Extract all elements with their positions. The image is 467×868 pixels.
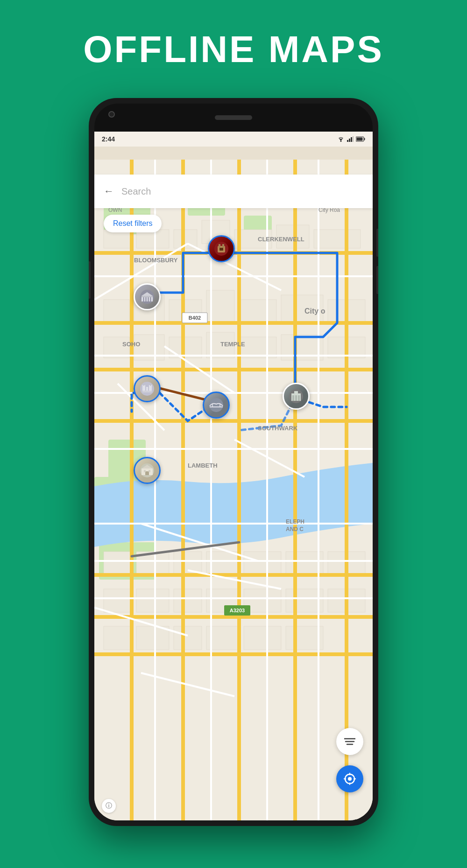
svg-text:TEMPLE: TEMPLE (220, 341, 245, 348)
status-icons (337, 136, 365, 142)
svg-text:ELEPH: ELEPH (286, 518, 304, 525)
svg-rect-40 (244, 552, 281, 575)
svg-rect-52 (174, 626, 202, 650)
svg-rect-16 (136, 230, 169, 248)
svg-rect-44 (136, 589, 169, 612)
phone-notch (94, 104, 373, 132)
pin-bridge[interactable] (203, 392, 230, 419)
svg-text:SOHO: SOHO (122, 341, 140, 348)
svg-rect-22 (104, 300, 129, 323)
svg-rect-124 (142, 391, 152, 392)
svg-rect-138 (145, 471, 149, 475)
svg-rect-1 (347, 140, 348, 142)
svg-rect-50 (104, 626, 132, 650)
pin-museum[interactable] (134, 283, 161, 310)
museum-icon (140, 289, 155, 304)
svg-rect-26 (239, 300, 276, 323)
pub-icon (214, 241, 229, 256)
svg-rect-123 (150, 384, 151, 386)
power-button[interactable] (89, 261, 91, 299)
tate-icon (289, 389, 304, 404)
svg-rect-15 (104, 230, 132, 248)
svg-rect-139 (144, 470, 146, 472)
svg-rect-7 (357, 138, 363, 141)
svg-rect-108 (222, 244, 224, 248)
pin-pub[interactable] (208, 235, 235, 262)
svg-rect-3 (351, 137, 352, 142)
svg-rect-107 (219, 244, 220, 248)
svg-point-125 (209, 398, 223, 412)
svg-text:SOUTHWARK: SOUTHWARK (258, 425, 298, 432)
status-time: 2:44 (102, 135, 115, 143)
map-svg: B402 A3203 (94, 160, 373, 820)
volume-down-button[interactable] (376, 266, 378, 294)
front-camera (108, 111, 115, 118)
phone-inner: 2:44 (94, 104, 373, 820)
svg-point-0 (340, 140, 342, 142)
filter-button[interactable] (336, 728, 363, 755)
phone-screen: 2:44 (94, 132, 373, 820)
info-button[interactable]: ⓘ (102, 799, 116, 813)
svg-rect-113 (143, 297, 144, 301)
reset-filters-button[interactable]: Reset filters (104, 215, 162, 232)
filter-icon (344, 737, 355, 746)
svg-rect-140 (149, 470, 150, 472)
svg-rect-43 (104, 589, 132, 612)
svg-rect-45 (174, 589, 202, 612)
svg-text:LAMBETH: LAMBETH (188, 462, 218, 469)
svg-rect-51 (136, 626, 169, 650)
speaker (215, 115, 252, 120)
volume-up-button[interactable] (376, 229, 378, 257)
svg-rect-36 (104, 552, 132, 575)
signal-icon (347, 136, 354, 142)
svg-rect-132 (292, 395, 294, 401)
svg-text:CLERKENWELL: CLERKENWELL (258, 236, 304, 243)
svg-text:B402: B402 (189, 315, 201, 321)
pin-abbey[interactable] (134, 375, 161, 402)
wifi-icon (337, 136, 345, 142)
location-button[interactable] (336, 765, 363, 792)
battery-icon (356, 136, 365, 142)
svg-rect-131 (294, 391, 298, 394)
search-placeholder: Search (121, 186, 151, 197)
pin-tate[interactable] (283, 383, 310, 410)
svg-rect-122 (143, 384, 144, 386)
svg-text:City o: City o (304, 307, 325, 315)
status-bar: 2:44 (94, 132, 373, 147)
map-area[interactable]: B402 A3203 (94, 160, 373, 820)
svg-rect-4 (353, 136, 354, 142)
svg-text:AND C: AND C (286, 526, 304, 532)
svg-rect-2 (349, 139, 350, 142)
bridge-icon (209, 398, 224, 413)
svg-rect-116 (150, 297, 151, 301)
cathedral-icon (140, 463, 155, 478)
svg-text:A3203: A3203 (230, 608, 245, 613)
search-bar[interactable]: ← Search (94, 175, 373, 208)
svg-rect-21 (314, 230, 361, 248)
abbey-icon (140, 381, 155, 396)
svg-rect-54 (244, 626, 281, 650)
svg-rect-112 (142, 296, 153, 297)
svg-rect-133 (295, 395, 297, 401)
svg-rect-115 (148, 297, 149, 301)
svg-rect-6 (364, 138, 365, 140)
pin-cathedral[interactable] (134, 457, 161, 484)
svg-text:BLOOMSBURY: BLOOMSBURY (134, 257, 178, 264)
location-icon (344, 773, 356, 785)
phone-frame: 2:44 (89, 98, 378, 826)
page-title: OFFLINE MAPS (0, 28, 467, 71)
svg-rect-134 (298, 395, 300, 401)
svg-rect-109 (219, 248, 223, 251)
back-button[interactable]: ← (104, 185, 114, 197)
info-icon: ⓘ (106, 802, 112, 810)
svg-point-145 (348, 777, 352, 781)
svg-rect-114 (145, 297, 147, 301)
